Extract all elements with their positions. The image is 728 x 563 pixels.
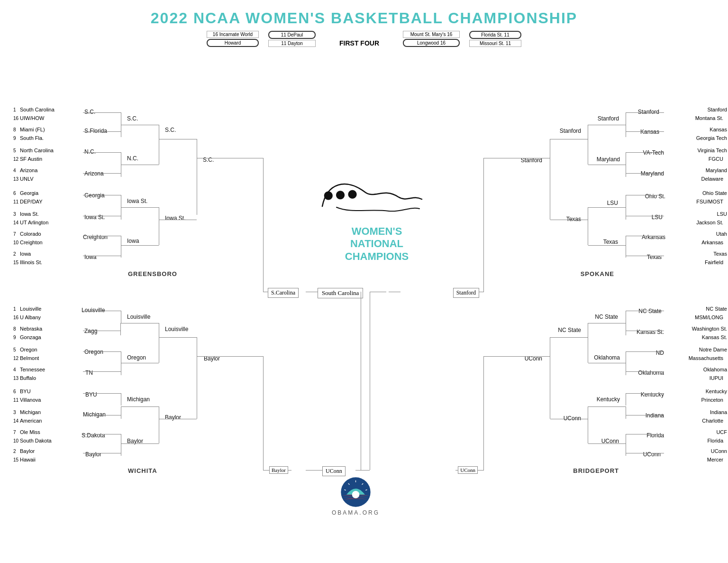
- result-kentucky-6: Kentucky: [641, 391, 664, 398]
- signature-svg: [308, 173, 427, 221]
- result-oregon-r32: Oregon: [127, 354, 146, 361]
- ff-matchup-3: Mount St. Mary's 16 Longwood 16: [403, 31, 460, 47]
- result-oregon-5: Oregon: [84, 349, 103, 355]
- result-kentucky-r32: Kentucky: [597, 396, 620, 403]
- team-arizona-4: 4Arizona: [13, 167, 37, 173]
- ff-matchup-1: 16 Incarnate World Howard: [207, 31, 259, 47]
- team-utah-7: Utah7: [716, 231, 728, 237]
- team-belmont-12: 12Belmont: [13, 355, 39, 361]
- semifinal-right-box: Stanford: [453, 288, 479, 298]
- team-southdakota-10: 10South Dakota: [13, 438, 52, 443]
- team-ualbany-16: 16U Albany: [13, 314, 41, 320]
- team-ucf-7: UCF7: [716, 429, 728, 435]
- obama-url: OBAMA.ORG: [332, 509, 380, 516]
- result-byu-6: BYU: [85, 391, 97, 398]
- greensboro-label: GREENSBORO: [128, 270, 177, 277]
- team-montanast-16: Montana St.16: [695, 115, 728, 121]
- result-maryland-4: Maryland: [641, 170, 664, 177]
- team-delaware-13: Delaware13: [701, 176, 728, 182]
- ff-matchup-4: Florida St. 11 Missouri St. 11: [469, 31, 521, 47]
- result-georgia-6: Georgia: [84, 192, 105, 199]
- team-georgia-6: 6Georgia: [13, 190, 38, 196]
- team-fairfield-15: Fairfield15: [705, 259, 728, 265]
- bottom-left-semifinal: Baylor: [269, 466, 288, 474]
- team-michigan-3: 3Michigan: [13, 409, 41, 415]
- result-indiana-3: Indiana: [646, 412, 664, 419]
- team-iowa-2: 2Iowa: [13, 251, 31, 257]
- team-utarlington-14: 14UT Arlington: [13, 220, 48, 225]
- result-maryland-r32: Maryland: [597, 156, 620, 163]
- result-sc-s16: S.C.: [165, 127, 176, 133]
- result-louisville-1: Louisville: [82, 307, 105, 314]
- team-uiw-16: 16UIW/HOW: [13, 115, 44, 121]
- team-sfaustin-12: 12SF Austin: [13, 156, 42, 162]
- result-oklahoma-4: Oklahoma: [638, 369, 664, 376]
- result-tn-4: TN: [85, 369, 93, 376]
- team-illinoistst-15: 15Illinois St.: [13, 259, 42, 265]
- team-msmlong-16: MSM/LONG16: [695, 314, 728, 320]
- team-gonzaga-9: 9Gonzaga: [13, 334, 41, 340]
- result-gonzaga-9: Zagg: [84, 328, 97, 334]
- team-buffalo-13: 13Buffalo: [13, 375, 36, 381]
- team-hawaii-15: 15Hawaii: [13, 457, 36, 462]
- team-iupui-13: IUPUI13: [710, 375, 728, 381]
- team-mass-12: Massachusetts12: [689, 355, 728, 361]
- team-miami-8: 8Miami (FL): [13, 127, 45, 132]
- result-iowa-r32: Iowa: [127, 238, 139, 244]
- result-lsu-3: LSU: [652, 214, 663, 221]
- team-fsumostst-11: FSU/MOST11: [696, 199, 728, 204]
- result-sc-r32: S.C.: [127, 115, 138, 122]
- result-uconn-s16: UConn: [564, 415, 581, 422]
- team-jacksonst-14: Jackson St.14: [696, 220, 728, 225]
- team-kansas-8: Kansas8: [710, 127, 728, 132]
- result-baylor-2: Baylor: [85, 451, 101, 458]
- result-kansas-8: Kansas: [640, 129, 659, 135]
- team-nebraska-8: 8Nebraska: [13, 326, 42, 332]
- result-lsu-r32: LSU: [607, 200, 618, 206]
- team-maryland-4: Maryland4: [706, 167, 728, 173]
- result-creighton-10: Creighton: [83, 234, 108, 240]
- result-iowast-s16: Iowa St.: [165, 215, 185, 222]
- result-michigan-3: Michigan: [83, 411, 106, 418]
- team-dep-11: 11DEP/DAY: [13, 199, 42, 204]
- team-creighton-10: 10Creighton: [13, 240, 43, 245]
- team-southfla-9: 9South Fla.: [13, 135, 44, 141]
- team-unlv-13: 13UNLV: [13, 176, 34, 182]
- obama-section: OBAMA.ORG: [332, 477, 380, 516]
- result-florida-10: Florida: [646, 432, 664, 439]
- result-ohiostate-6: Ohio St.: [645, 193, 665, 200]
- team-florida-10: Florida10: [707, 438, 728, 443]
- result-arizona-4: Arizona: [84, 170, 104, 177]
- main-title: 2022 NCAA WOMEN'S BASKETBALL CHAMPIONSHI…: [9, 5, 719, 27]
- team-colorado-7: 7Colorado: [13, 231, 41, 237]
- result-ncstate-r32: NC State: [595, 314, 618, 320]
- result-iowast-r32: Iowa St.: [127, 198, 147, 204]
- result-stanford-1: Stanford: [638, 109, 659, 115]
- result-nc-r32: N.C.: [127, 155, 138, 162]
- bottom-champion-box: UConn: [322, 466, 346, 476]
- team-mercer-15: Mercer15: [707, 457, 728, 462]
- champion-box: South Carolina: [318, 288, 363, 298]
- team-washst-8: Washington St.8: [692, 326, 728, 332]
- team-kansasst-9: Kansas St.9: [702, 334, 728, 340]
- team-villanova-11: 11Villanova: [13, 397, 41, 403]
- result-louisville-r32: Louisville: [127, 314, 150, 320]
- result-baylor-s16: Baylor: [165, 414, 181, 421]
- spokane-label: SPOKANE: [581, 270, 614, 277]
- ff-matchup-2: 11 DePaul 11 Dayton: [268, 31, 316, 47]
- result-michigan-r32: Michigan: [127, 396, 150, 403]
- team-georgiatech-9: Georgia Tech9: [696, 135, 728, 141]
- result-vatech-5: VA-Tech: [643, 149, 664, 156]
- team-sc-1: 1South Carolina: [13, 107, 55, 112]
- result-kansasst-9: Kansas St.: [637, 329, 664, 335]
- wichita-label: WICHITA: [128, 467, 157, 474]
- team-princeton-11: Princeton11: [701, 397, 728, 403]
- result-texas-r32: Texas: [603, 239, 618, 245]
- result-texas-2: Texas: [647, 254, 662, 260]
- team-arkansas-10: Arkansas10: [701, 240, 728, 245]
- bridgeport-label: BRIDGEPORT: [573, 467, 619, 474]
- team-notredame-5: Notre Dame5: [699, 347, 728, 352]
- result-uconn-2: UConn: [643, 451, 661, 458]
- result-ncstate-1: NC State: [638, 308, 662, 314]
- result-oklahoma-r32: Oklahoma: [594, 354, 620, 361]
